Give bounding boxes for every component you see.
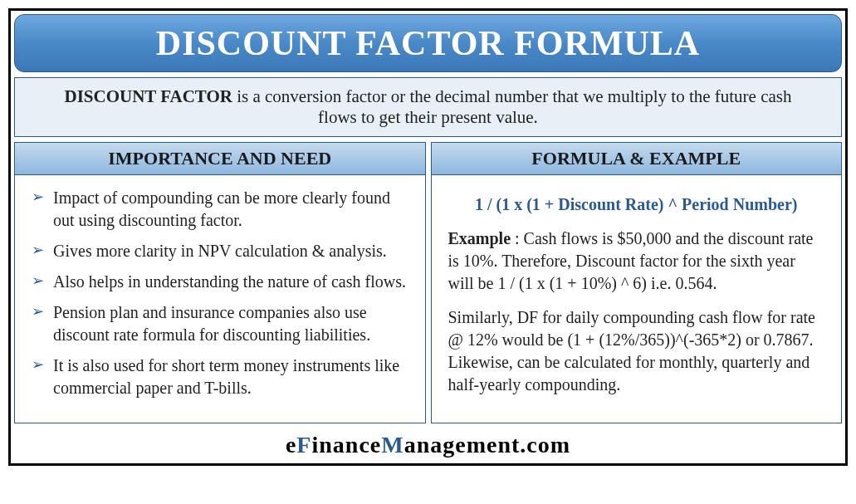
example-paragraph-1: Example : Cash flows is $50,000 and the … [448,228,825,295]
definition-box: DISCOUNT FACTOR is a conversion factor o… [14,77,842,137]
formula-header: FORMULA & EXAMPLE [432,143,842,175]
columns: IMPORTANCE AND NEED Impact of compoundin… [14,142,842,423]
importance-header: IMPORTANCE AND NEED [15,143,425,175]
column-importance: IMPORTANCE AND NEED Impact of compoundin… [14,142,426,423]
brand-inance: inance [311,432,381,458]
list-item: It is also used for short term money ins… [32,355,408,399]
title-bar: DISCOUNT FACTOR FORMULA [14,14,842,72]
importance-body: Impact of compounding can be more clearl… [15,175,425,423]
list-item: Also helps in understanding the nature o… [32,271,408,293]
list-item: Impact of compounding can be more clearl… [32,187,408,232]
brand-e: e [286,432,296,458]
definition-text: is a conversion factor or the decimal nu… [232,86,792,127]
brand-m: M [381,432,404,458]
example-label: Example [448,229,511,247]
example-paragraph-2: Similarly, DF for daily compounding cash… [448,306,825,396]
formula-text: 1 / (1 x (1 + Discount Rate) ^ Period Nu… [448,193,825,216]
formula-body: 1 / (1 x (1 + Discount Rate) ^ Period Nu… [432,175,842,423]
brand-f: F [296,432,311,458]
document-frame: DISCOUNT FACTOR FORMULA DISCOUNT FACTOR … [8,8,848,466]
footer-brand: eFinanceManagement.com [14,423,842,460]
brand-anagement: anagement.com [404,432,570,458]
page-title: DISCOUNT FACTOR FORMULA [156,24,700,62]
list-item: Pension plan and insurance companies als… [32,301,408,346]
definition-term: DISCOUNT FACTOR [65,86,232,106]
list-item: Gives more clarity in NPV calculation & … [32,240,408,262]
column-formula: FORMULA & EXAMPLE 1 / (1 x (1 + Discount… [431,142,843,423]
importance-list: Impact of compounding can be more clearl… [32,187,408,399]
